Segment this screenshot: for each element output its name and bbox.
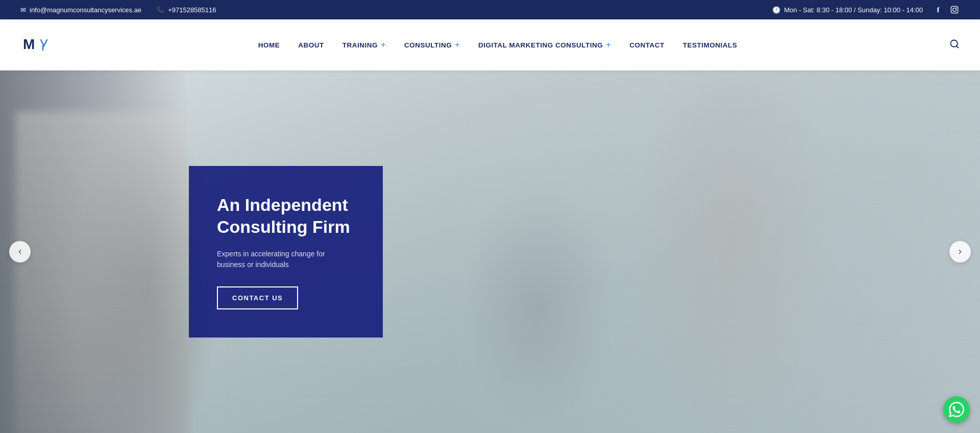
digital-marketing-plus-icon: + [606,40,611,50]
nav-link-digital-marketing[interactable]: DIGITAL MARKETING CONSULTING + [469,35,620,55]
phone-contact[interactable]: 📞 +971528585116 [157,6,216,14]
nav-link-training[interactable]: TRAINING + [333,35,395,55]
nav-label-consulting: CONSULTING [404,41,452,49]
nav-item-consulting[interactable]: CONSULTING + [395,35,469,55]
clock-icon: 🕐 [772,6,780,14]
nav-link-testimonials[interactable]: TESTIMONIALS [674,36,747,54]
logo[interactable]: M [20,30,51,60]
svg-point-2 [956,8,957,9]
nav-label-contact: CONTACT [629,41,665,49]
search-icon[interactable] [949,39,960,52]
svg-point-1 [953,8,957,12]
facebook-icon[interactable]: f [933,5,943,15]
contact-us-button[interactable]: CONTACT US [217,286,298,309]
nav-label-home: HOME [258,41,280,49]
hero-title: An Independent Consulting Firm [217,194,355,237]
nav-label-testimonials: TESTIMONIALS [683,41,738,49]
phone-number: +971528585116 [168,6,216,14]
nav-link-about[interactable]: ABOUT [289,36,333,54]
nav-item-training[interactable]: TRAINING + [333,35,395,55]
phone-icon: 📞 [157,6,164,13]
nav-link-home[interactable]: HOME [249,36,289,54]
consulting-plus-icon: + [455,40,460,50]
nav-item-about[interactable]: ABOUT [289,36,333,54]
svg-line-7 [957,45,959,47]
nav-link-contact[interactable]: CONTACT [620,36,674,54]
email-address: info@magnumconsultancyservices.ae [30,6,141,14]
logo-svg: M [20,30,51,60]
navbar: M HOME ABOUT TRAINING + CONSULTING + [0,19,980,70]
nav-links: HOME ABOUT TRAINING + CONSULTING + DIGIT… [249,35,746,55]
hours-text: Mon - Sat: 8:30 - 18:00 / Sunday: 10:00 … [784,6,923,14]
top-bar-right: 🕐 Mon - Sat: 8:30 - 18:00 / Sunday: 10:0… [772,5,960,15]
email-contact[interactable]: ✉ info@magnumconsultancyservices.ae [20,6,141,14]
hero-subtitle: Experts in accelerating change for busin… [217,249,355,270]
top-bar-left: ✉ info@magnumconsultancyservices.ae 📞 +9… [20,6,216,14]
business-hours: 🕐 Mon - Sat: 8:30 - 18:00 / Sunday: 10:0… [772,6,923,14]
whatsapp-button[interactable] [943,396,970,423]
hero-right-bright-overlay [441,70,980,433]
nav-label-digital-marketing: DIGITAL MARKETING CONSULTING [478,41,603,49]
nav-link-consulting[interactable]: CONSULTING + [395,35,469,55]
hero-content-box: An Independent Consulting Firm Experts i… [189,166,383,338]
instagram-icon[interactable] [949,5,960,15]
nav-item-testimonials[interactable]: TESTIMONIALS [674,36,747,54]
nav-label-about: ABOUT [298,41,324,49]
email-icon: ✉ [20,6,26,14]
nav-item-contact[interactable]: CONTACT [620,36,674,54]
svg-rect-0 [951,6,958,13]
carousel-prev-button[interactable] [9,241,31,262]
top-bar: ✉ info@magnumconsultancyservices.ae 📞 +9… [0,0,980,19]
whatsapp-icon [949,402,964,417]
training-plus-icon: + [381,40,386,50]
nav-item-digital-marketing[interactable]: DIGITAL MARKETING CONSULTING + [469,35,620,55]
nav-item-home[interactable]: HOME [249,36,289,54]
svg-text:M: M [23,36,35,52]
nav-label-training: TRAINING [342,41,378,49]
carousel-next-button[interactable] [949,241,971,262]
social-icons: f [933,5,960,15]
bg-person-left [15,111,189,433]
hero-section: An Independent Consulting Firm Experts i… [0,70,980,433]
